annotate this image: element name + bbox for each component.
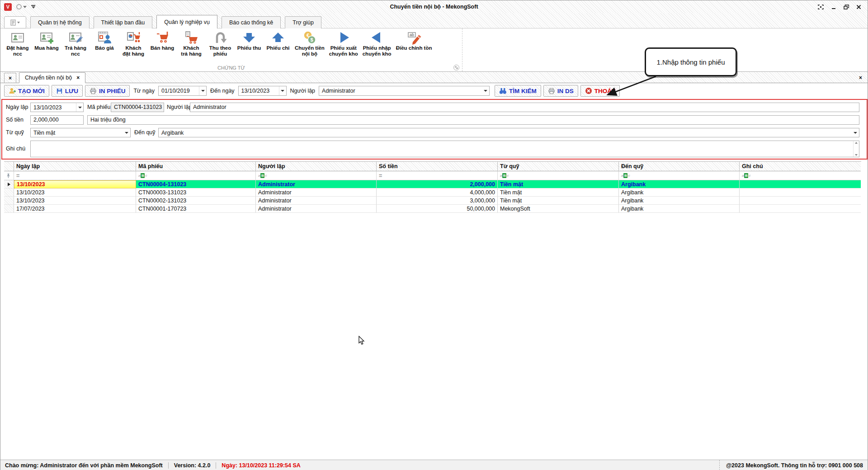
dropdown-arrow-icon[interactable]	[199, 86, 206, 95]
ribbon-item-dieu-chinh-ton[interactable]: ab Điều chỉnh tồn	[394, 30, 434, 51]
ribbon-item-thu-theo-phieu[interactable]: Thu theo phiếu	[206, 30, 235, 57]
cell-from-fund[interactable]: Tiền mặt	[498, 188, 619, 197]
cell-note[interactable]	[740, 188, 861, 197]
creator-filter-combo[interactable]: Administrator	[319, 86, 490, 96]
cell-to-fund[interactable]: Argibank	[619, 197, 740, 205]
print-list-button[interactable]: IN DS	[543, 85, 578, 97]
cell-from-fund[interactable]: Tiền mặt	[498, 197, 619, 205]
ribbon-item-khach-tra-hang[interactable]: Khách trả hàng	[177, 30, 206, 57]
cell-code[interactable]: CTN00002-131023	[136, 197, 256, 205]
cell-to-fund[interactable]: Argibank	[619, 180, 740, 188]
cell-creator[interactable]: Administrator	[256, 180, 377, 188]
cell-amount[interactable]: 4,000,000	[377, 188, 498, 197]
ribbon-tab-reports[interactable]: Báo cáo thống kê	[222, 16, 281, 28]
column-header-date[interactable]: Ngày lập	[14, 162, 136, 171]
new-button[interactable]: TẠO MỚI	[4, 85, 49, 97]
search-button[interactable]: TÌM KIẾM	[495, 85, 541, 97]
cell-code[interactable]: CTN00004-131023	[136, 180, 256, 188]
cell-to-fund[interactable]: Argibank	[619, 188, 740, 197]
filter-cell-code[interactable]: aBc	[136, 171, 256, 180]
cell-to-fund[interactable]: Argibank	[619, 205, 740, 213]
column-header-amount[interactable]: Số tiền	[377, 162, 498, 171]
column-header-note[interactable]: Ghi chú	[740, 162, 861, 171]
table-row[interactable]: 13/10/2023 CTN00003-131023 Administrator…	[4, 188, 861, 197]
amount-field[interactable]: 2,000,000	[30, 115, 84, 125]
creator-field[interactable]: Administrator	[190, 103, 859, 112]
cell-creator[interactable]: Administrator	[256, 188, 377, 197]
cell-from-fund[interactable]: Tiền mặt	[498, 180, 619, 188]
table-row[interactable]: 17/07/2023 CTN00001-170723 Administrator…	[4, 205, 861, 213]
customize-toolbar-icon[interactable]	[31, 5, 35, 9]
app-logo-icon[interactable]: V	[4, 3, 12, 11]
column-header-creator[interactable]: Người lập	[256, 162, 377, 171]
ribbon-item-tra-hang-ncc[interactable]: Trả hàng ncc	[61, 30, 90, 57]
cell-from-fund[interactable]: MekongSoft	[498, 205, 619, 213]
ribbon-item-dat-hang-ncc[interactable]: Đặt hàng ncc	[3, 30, 32, 57]
dropdown-arrow-icon[interactable]	[482, 86, 489, 95]
quick-access-button[interactable]	[16, 4, 27, 9]
dropdown-arrow-icon[interactable]	[76, 103, 83, 112]
cell-amount[interactable]: 50,000,000	[377, 205, 498, 213]
filter-cell-note[interactable]: aBc	[740, 171, 861, 180]
ribbon-item-phieu-nhap-chuyen-kho[interactable]: Phiếu nhập chuyển kho	[360, 30, 394, 57]
ribbon-item-phieu-xuat-chuyen-kho[interactable]: Phiếu xuất chuyển kho	[327, 30, 360, 57]
ribbon-tab-help[interactable]: Trợ giúp	[285, 16, 321, 28]
cell-code[interactable]: CTN00001-170723	[136, 205, 256, 213]
ribbon-item-ban-hang[interactable]: Bán hàng	[148, 30, 177, 51]
tabstrip-close-icon[interactable]: ×	[859, 75, 868, 83]
ribbon-tab-operations[interactable]: Quản lý nghiệp vụ	[156, 15, 217, 28]
cell-note[interactable]	[740, 205, 861, 213]
ribbon-item-phieu-chi[interactable]: Phiếu chi	[264, 30, 292, 51]
note-scrollbar[interactable]	[853, 141, 859, 157]
cell-code[interactable]: CTN00003-131023	[136, 188, 256, 197]
group-dialog-launcher-icon[interactable]	[453, 65, 459, 70]
filter-cell-creator[interactable]: aBc	[256, 171, 377, 180]
cell-amount[interactable]: 2,000,000	[377, 180, 498, 188]
ribbon-item-phieu-thu[interactable]: Phiếu thu	[235, 30, 264, 51]
close-all-tabs-button[interactable]: ×	[4, 73, 16, 83]
from-date-picker[interactable]: 01/10/2019	[158, 86, 207, 96]
dropdown-arrow-icon[interactable]	[123, 128, 130, 137]
ribbon-item-mua-hang[interactable]: Mua hàng	[32, 30, 61, 51]
cell-creator[interactable]: Administrator	[256, 197, 377, 205]
cell-note[interactable]	[740, 180, 861, 188]
print-voucher-button[interactable]: IN PHIẾU	[85, 85, 130, 97]
from-fund-combo[interactable]: Tiền mặt	[30, 128, 131, 137]
cell-note[interactable]	[740, 197, 861, 205]
app-menu-button[interactable]	[4, 16, 26, 28]
filter-cell-to-fund[interactable]: aBc	[619, 171, 740, 180]
note-textarea[interactable]	[30, 141, 859, 157]
minimize-button[interactable]	[831, 5, 836, 9]
dropdown-arrow-icon[interactable]	[279, 86, 286, 95]
scroll-down-icon[interactable]	[855, 154, 858, 156]
restore-button[interactable]	[844, 5, 849, 9]
date-created-combo[interactable]: 13/10/2023	[30, 103, 84, 112]
ribbon-item-bao-gia[interactable]: Báo giá	[90, 30, 119, 51]
ribbon-item-chuyen-tien-noi-bo[interactable]: €$ Chuyển tiền nội bộ	[292, 30, 327, 57]
cell-date[interactable]: 17/07/2023	[14, 205, 136, 213]
column-header-code[interactable]: Mã phiếu	[136, 162, 256, 171]
cell-creator[interactable]: Administrator	[256, 205, 377, 213]
tab-close-icon[interactable]: ×	[76, 75, 80, 81]
document-tab-active[interactable]: Chuyển tiền nội bộ ×	[19, 72, 85, 83]
filter-cell-from-fund[interactable]: aBc	[498, 171, 619, 180]
cell-date[interactable]: 13/10/2023	[14, 197, 136, 205]
fullscreen-button[interactable]	[818, 5, 824, 9]
ribbon-tab-system[interactable]: Quản trị hệ thống	[30, 16, 90, 28]
save-button[interactable]: LƯU	[52, 85, 83, 97]
column-header-from-fund[interactable]: Từ quỹ	[498, 162, 619, 171]
table-row-selected[interactable]: 13/10/2023 CTN00004-131023 Administrator…	[4, 180, 861, 188]
cell-date[interactable]: 13/10/2023	[14, 180, 136, 188]
scroll-up-icon[interactable]	[855, 142, 858, 144]
cell-date[interactable]: 13/10/2023	[14, 188, 136, 197]
voucher-code-field[interactable]: CTN00004-131023	[111, 103, 164, 112]
ribbon-item-khach-dat-hang[interactable]: Khách đặt hàng	[119, 30, 148, 57]
table-row[interactable]: 13/10/2023 CTN00002-131023 Administrator…	[4, 197, 861, 205]
cell-amount[interactable]: 3,000,000	[377, 197, 498, 205]
ribbon-tab-setup[interactable]: Thiết lập ban đầu	[94, 16, 153, 28]
close-button[interactable]	[856, 5, 861, 9]
filter-cell-amount[interactable]: =	[377, 171, 498, 180]
to-fund-combo[interactable]: Argibank	[158, 128, 859, 137]
to-date-picker[interactable]: 13/10/2023	[238, 86, 287, 96]
amount-in-words-field[interactable]: Hai triệu đồng	[87, 115, 859, 125]
